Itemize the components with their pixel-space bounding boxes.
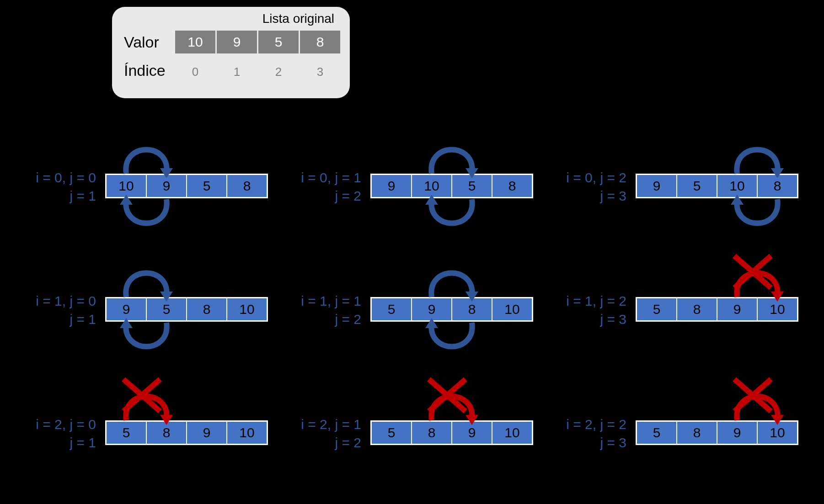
step-label-j2: j = 3	[544, 188, 626, 204]
array-cells: 58910	[105, 420, 268, 445]
svg-line-18	[429, 379, 466, 411]
swap-arrow-bottom-icon	[108, 318, 199, 364]
array-cell: 9	[106, 298, 146, 321]
no-swap-x-icon	[119, 375, 174, 420]
array-cell: 5	[371, 298, 412, 321]
original-indices-row: 0 1 2 3	[175, 63, 340, 81]
original-index-cell: 3	[300, 63, 340, 81]
svg-line-11	[734, 256, 771, 288]
step-s02: i = 0, j = 2j = 395108	[544, 174, 805, 199]
svg-line-12	[734, 256, 771, 288]
swap-arrow-bottom-icon	[413, 195, 505, 240]
array-cells: 95810	[105, 297, 268, 322]
no-swap-x-icon	[730, 251, 785, 297]
array-cell: 10	[227, 298, 267, 321]
original-index-cell: 1	[217, 63, 257, 81]
array-cell: 8	[146, 421, 187, 444]
step-label-j2: j = 1	[14, 435, 96, 451]
swap-arrow-top-icon	[413, 133, 505, 178]
step-label-ij: i = 0, j = 1	[279, 170, 361, 186]
array-cells: 58910	[636, 297, 798, 322]
array-cell: 8	[412, 421, 452, 444]
svg-line-14	[123, 379, 160, 411]
step-label-j2: j = 3	[544, 312, 626, 327]
array-cells: 10958	[105, 174, 268, 198]
array-cell: 8	[677, 421, 717, 444]
noswap-arrow-top-icon	[719, 256, 810, 302]
swap-arrow-bottom-icon	[719, 195, 810, 240]
array-cell: 10	[717, 175, 757, 197]
original-list-title: Lista original	[112, 11, 334, 26]
array-cell: 10	[757, 298, 797, 321]
array-cell: 10	[412, 175, 452, 197]
array-cell: 9	[412, 298, 452, 321]
step-label-j2: j = 2	[279, 312, 361, 327]
step-label-j2: j = 1	[14, 312, 96, 327]
array-cell: 9	[146, 175, 187, 197]
step-label-j2: j = 1	[14, 188, 96, 204]
array-cell: 8	[757, 175, 797, 197]
step-label-j2: j = 3	[544, 435, 626, 451]
swap-arrow-bottom-icon	[413, 318, 505, 364]
svg-line-21	[734, 379, 771, 411]
swap-arrow-bottom-icon	[108, 195, 199, 240]
no-swap-x-icon	[424, 375, 479, 420]
array-cell: 5	[371, 421, 412, 444]
original-list-panel: Lista original Valor Índice 10 9 5 8 0 1…	[112, 7, 350, 98]
step-label-ij: i = 1, j = 2	[544, 293, 626, 309]
array-cell: 5	[677, 175, 717, 197]
step-s20: i = 2, j = 0j = 158910	[14, 420, 274, 446]
step-label-ij: i = 2, j = 1	[279, 417, 361, 432]
array-cell: 5	[187, 175, 227, 197]
indice-label: Índice	[124, 62, 166, 80]
array-cells: 59810	[370, 297, 533, 322]
original-value-cell: 5	[258, 31, 299, 53]
swap-arrow-top-icon	[413, 256, 505, 302]
array-cell: 9	[717, 298, 757, 321]
step-s11: i = 1, j = 1j = 259810	[279, 297, 540, 322]
step-label-ij: i = 2, j = 2	[544, 417, 626, 432]
array-cell: 8	[187, 298, 227, 321]
array-cell: 5	[637, 421, 677, 444]
step-s21: i = 2, j = 1j = 258910	[279, 420, 540, 446]
array-cell: 10	[492, 421, 532, 444]
array-cell: 5	[106, 421, 146, 444]
step-label-j2: j = 2	[279, 188, 361, 204]
array-cell: 5	[146, 298, 187, 321]
array-cell: 8	[452, 298, 492, 321]
step-label-ij: i = 0, j = 2	[544, 170, 626, 186]
noswap-arrow-top-icon	[413, 379, 505, 425]
array-cell: 10	[227, 421, 267, 444]
step-label-ij: i = 0, j = 0	[14, 170, 96, 186]
original-value-cell: 10	[175, 31, 215, 53]
step-s00: i = 0, j = 0j = 110958	[14, 174, 274, 199]
step-label-ij: i = 1, j = 0	[14, 293, 96, 309]
array-cell: 8	[677, 298, 717, 321]
array-cell: 9	[717, 421, 757, 444]
array-cells: 91058	[370, 174, 533, 198]
array-cell: 9	[371, 175, 412, 197]
array-cells: 95108	[636, 174, 798, 198]
swap-arrow-top-icon	[108, 256, 199, 302]
step-s22: i = 2, j = 2j = 358910	[544, 420, 805, 446]
array-cell: 9	[452, 421, 492, 444]
noswap-arrow-top-icon	[108, 379, 199, 425]
step-label-ij: i = 2, j = 0	[14, 417, 96, 432]
svg-line-15	[123, 379, 160, 411]
array-cell: 10	[757, 421, 797, 444]
step-s12: i = 1, j = 2j = 358910	[544, 297, 805, 322]
array-cells: 58910	[370, 420, 533, 445]
original-index-cell: 2	[258, 63, 299, 81]
original-value-cell: 9	[217, 31, 257, 53]
step-s10: i = 1, j = 0j = 195810	[14, 297, 274, 322]
original-value-cell: 8	[300, 31, 340, 53]
step-label-j2: j = 2	[279, 435, 361, 451]
array-cell: 8	[492, 175, 532, 197]
array-cell: 9	[187, 421, 227, 444]
no-swap-x-icon	[730, 375, 785, 420]
swap-arrow-top-icon	[108, 133, 199, 178]
svg-line-20	[734, 379, 771, 411]
valor-label: Valor	[124, 33, 159, 51]
array-cell: 8	[227, 175, 267, 197]
array-cell: 10	[492, 298, 532, 321]
